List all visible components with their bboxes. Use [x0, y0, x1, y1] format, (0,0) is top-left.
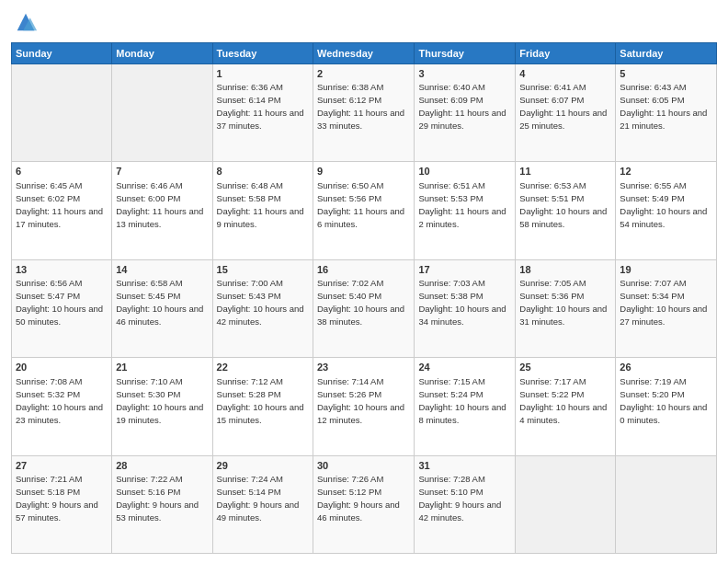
day-cell: 15Sunrise: 7:00 AMSunset: 5:43 PMDayligh… — [212, 259, 313, 357]
day-cell — [616, 455, 717, 553]
logo — [11, 9, 39, 35]
day-number: 18 — [519, 263, 611, 277]
day-info: Sunrise: 7:24 AMSunset: 5:14 PMDaylight:… — [217, 474, 300, 523]
day-number: 14 — [116, 263, 208, 277]
day-info: Sunrise: 6:51 AMSunset: 5:53 PMDaylight:… — [418, 180, 506, 229]
day-number: 21 — [116, 361, 208, 374]
day-number: 8 — [217, 165, 309, 178]
day-cell: 22Sunrise: 7:12 AMSunset: 5:28 PMDayligh… — [212, 358, 313, 455]
day-info: Sunrise: 7:07 AMSunset: 5:34 PMDaylight:… — [620, 278, 707, 327]
day-info: Sunrise: 7:26 AMSunset: 5:12 PMDaylight:… — [317, 474, 400, 523]
day-cell: 26Sunrise: 7:19 AMSunset: 5:20 PMDayligh… — [616, 358, 717, 455]
day-info: Sunrise: 6:46 AMSunset: 6:00 PMDaylight:… — [116, 180, 203, 229]
day-cell: 28Sunrise: 7:22 AMSunset: 5:16 PMDayligh… — [112, 455, 212, 553]
day-header-monday: Monday — [112, 43, 212, 64]
day-number: 19 — [620, 263, 712, 277]
day-info: Sunrise: 7:12 AMSunset: 5:28 PMDaylight:… — [217, 376, 304, 425]
week-row-1: 1Sunrise: 6:36 AMSunset: 6:14 PMDaylight… — [12, 64, 717, 162]
day-cell — [12, 64, 112, 162]
day-number: 28 — [116, 459, 208, 473]
day-cell: 4Sunrise: 6:41 AMSunset: 6:07 PMDaylight… — [516, 64, 616, 162]
day-number: 11 — [519, 165, 611, 178]
day-info: Sunrise: 6:36 AMSunset: 6:14 PMDaylight:… — [217, 82, 304, 131]
day-info: Sunrise: 7:00 AMSunset: 5:43 PMDaylight:… — [217, 278, 304, 327]
calendar-body: 1Sunrise: 6:36 AMSunset: 6:14 PMDaylight… — [12, 64, 717, 554]
day-number: 27 — [16, 459, 108, 473]
day-info: Sunrise: 6:58 AMSunset: 5:45 PMDaylight:… — [116, 278, 203, 327]
day-cell: 3Sunrise: 6:40 AMSunset: 6:09 PMDaylight… — [415, 64, 516, 162]
day-cell: 12Sunrise: 6:55 AMSunset: 5:49 PMDayligh… — [616, 162, 717, 259]
day-info: Sunrise: 6:56 AMSunset: 5:47 PMDaylight:… — [16, 278, 103, 327]
day-number: 30 — [317, 459, 410, 473]
logo-text-block — [11, 9, 39, 35]
day-header-row: SundayMondayTuesdayWednesdayThursdayFrid… — [12, 43, 717, 64]
day-info: Sunrise: 6:50 AMSunset: 5:56 PMDaylight:… — [317, 180, 404, 229]
day-number: 6 — [16, 165, 108, 178]
week-row-2: 6Sunrise: 6:45 AMSunset: 6:02 PMDaylight… — [12, 162, 717, 259]
day-cell: 14Sunrise: 6:58 AMSunset: 5:45 PMDayligh… — [112, 259, 212, 357]
day-info: Sunrise: 6:55 AMSunset: 5:49 PMDaylight:… — [620, 180, 707, 229]
day-header-saturday: Saturday — [616, 43, 717, 64]
day-cell: 21Sunrise: 7:10 AMSunset: 5:30 PMDayligh… — [112, 358, 212, 455]
calendar-table: SundayMondayTuesdayWednesdayThursdayFrid… — [11, 42, 717, 554]
day-number: 26 — [620, 361, 712, 374]
day-info: Sunrise: 7:14 AMSunset: 5:26 PMDaylight:… — [317, 376, 404, 425]
day-number: 23 — [317, 361, 410, 374]
day-cell: 31Sunrise: 7:28 AMSunset: 5:10 PMDayligh… — [415, 455, 516, 553]
day-number: 22 — [217, 361, 309, 374]
logo-icon — [13, 9, 39, 35]
day-info: Sunrise: 6:43 AMSunset: 6:05 PMDaylight:… — [620, 82, 707, 131]
day-header-tuesday: Tuesday — [212, 43, 313, 64]
day-number: 7 — [116, 165, 208, 178]
day-cell: 18Sunrise: 7:05 AMSunset: 5:36 PMDayligh… — [516, 259, 616, 357]
day-cell: 2Sunrise: 6:38 AMSunset: 6:12 PMDaylight… — [313, 64, 415, 162]
day-cell: 10Sunrise: 6:51 AMSunset: 5:53 PMDayligh… — [415, 162, 516, 259]
day-info: Sunrise: 7:02 AMSunset: 5:40 PMDaylight:… — [317, 278, 404, 327]
day-number: 31 — [418, 459, 511, 473]
day-cell — [516, 455, 616, 553]
day-number: 3 — [418, 67, 511, 81]
day-cell: 11Sunrise: 6:53 AMSunset: 5:51 PMDayligh… — [516, 162, 616, 259]
day-info: Sunrise: 7:21 AMSunset: 5:18 PMDaylight:… — [16, 474, 98, 523]
calendar-container: SundayMondayTuesdayWednesdayThursdayFrid… — [0, 0, 728, 563]
day-cell: 17Sunrise: 7:03 AMSunset: 5:38 PMDayligh… — [415, 259, 516, 357]
day-cell: 29Sunrise: 7:24 AMSunset: 5:14 PMDayligh… — [212, 455, 313, 553]
day-number: 1 — [217, 67, 309, 81]
week-row-5: 27Sunrise: 7:21 AMSunset: 5:18 PMDayligh… — [12, 455, 717, 553]
day-number: 9 — [317, 165, 410, 178]
day-cell: 8Sunrise: 6:48 AMSunset: 5:58 PMDaylight… — [212, 162, 313, 259]
day-cell: 1Sunrise: 6:36 AMSunset: 6:14 PMDaylight… — [212, 64, 313, 162]
day-info: Sunrise: 7:03 AMSunset: 5:38 PMDaylight:… — [418, 278, 506, 327]
day-info: Sunrise: 7:19 AMSunset: 5:20 PMDaylight:… — [620, 376, 707, 425]
day-cell: 19Sunrise: 7:07 AMSunset: 5:34 PMDayligh… — [616, 259, 717, 357]
day-info: Sunrise: 7:15 AMSunset: 5:24 PMDaylight:… — [418, 376, 506, 425]
day-header-friday: Friday — [516, 43, 616, 64]
week-row-3: 13Sunrise: 6:56 AMSunset: 5:47 PMDayligh… — [12, 259, 717, 357]
day-info: Sunrise: 7:05 AMSunset: 5:36 PMDaylight:… — [519, 278, 607, 327]
day-cell — [112, 64, 212, 162]
day-number: 15 — [217, 263, 309, 277]
day-cell: 16Sunrise: 7:02 AMSunset: 5:40 PMDayligh… — [313, 259, 415, 357]
day-info: Sunrise: 7:28 AMSunset: 5:10 PMDaylight:… — [418, 474, 501, 523]
day-number: 24 — [418, 361, 511, 374]
day-number: 17 — [418, 263, 511, 277]
day-header-wednesday: Wednesday — [313, 43, 415, 64]
day-info: Sunrise: 6:45 AMSunset: 6:02 PMDaylight:… — [16, 180, 103, 229]
day-cell: 6Sunrise: 6:45 AMSunset: 6:02 PMDaylight… — [12, 162, 112, 259]
day-info: Sunrise: 7:22 AMSunset: 5:16 PMDaylight:… — [116, 474, 199, 523]
day-number: 5 — [620, 67, 712, 81]
day-number: 20 — [16, 361, 108, 374]
day-cell: 27Sunrise: 7:21 AMSunset: 5:18 PMDayligh… — [12, 455, 112, 553]
day-number: 13 — [16, 263, 108, 277]
day-cell: 7Sunrise: 6:46 AMSunset: 6:00 PMDaylight… — [112, 162, 212, 259]
day-cell: 30Sunrise: 7:26 AMSunset: 5:12 PMDayligh… — [313, 455, 415, 553]
day-info: Sunrise: 6:38 AMSunset: 6:12 PMDaylight:… — [317, 82, 404, 131]
day-info: Sunrise: 6:53 AMSunset: 5:51 PMDaylight:… — [519, 180, 607, 229]
week-row-4: 20Sunrise: 7:08 AMSunset: 5:32 PMDayligh… — [12, 358, 717, 455]
day-number: 16 — [317, 263, 410, 277]
day-number: 4 — [519, 67, 611, 81]
day-info: Sunrise: 7:08 AMSunset: 5:32 PMDaylight:… — [16, 376, 103, 425]
day-cell: 13Sunrise: 6:56 AMSunset: 5:47 PMDayligh… — [12, 259, 112, 357]
day-info: Sunrise: 6:40 AMSunset: 6:09 PMDaylight:… — [418, 82, 506, 131]
day-cell: 5Sunrise: 6:43 AMSunset: 6:05 PMDaylight… — [616, 64, 717, 162]
